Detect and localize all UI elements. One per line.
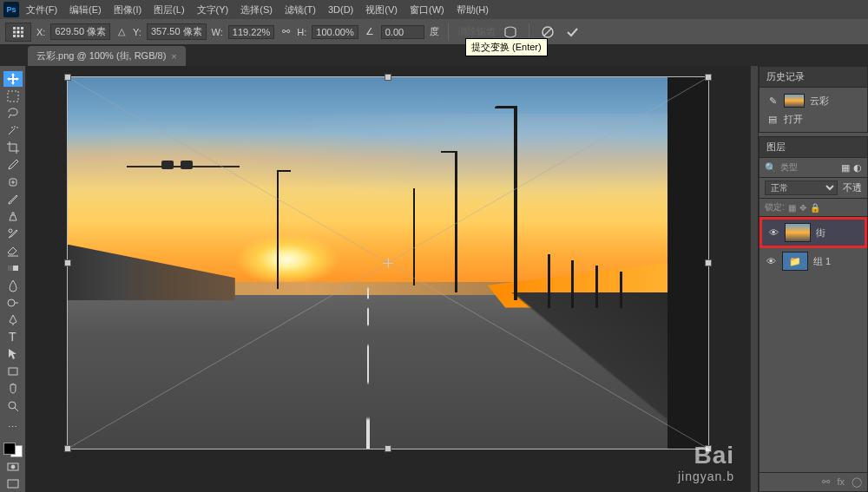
dodge-tool[interactable]: [3, 295, 23, 311]
transform-reference-point[interactable]: [5, 23, 31, 42]
clone-stamp-tool[interactable]: [3, 209, 23, 225]
menu-view[interactable]: 视图(V): [360, 2, 403, 18]
move-tool[interactable]: [3, 71, 23, 87]
canvas-area[interactable]: Bai jingyan.b: [26, 66, 750, 492]
menu-select[interactable]: 选择(S): [235, 2, 278, 18]
menu-help[interactable]: 帮助(H): [451, 2, 494, 18]
svg-rect-8: [21, 35, 23, 37]
watermark: Bai jingyan.b: [678, 442, 734, 483]
menu-3d[interactable]: 3D(D): [323, 3, 358, 16]
document-tab[interactable]: 云彩.png @ 100% (街, RGB/8) ×: [28, 46, 186, 66]
layer-mask-icon[interactable]: ◯: [852, 476, 862, 488]
brush-tool[interactable]: [3, 192, 23, 207]
opacity-label: 不透: [843, 181, 862, 194]
screen-mode[interactable]: [3, 476, 23, 492]
svg-line-10: [544, 29, 551, 36]
zoom-tool[interactable]: [3, 398, 23, 414]
menu-window[interactable]: 窗口(W): [404, 2, 450, 18]
angle-value[interactable]: 0.00: [381, 25, 424, 39]
commit-transform-button[interactable]: [562, 23, 582, 42]
lock-pixels-icon[interactable]: ▦: [788, 203, 796, 213]
pen-tool[interactable]: [3, 312, 23, 328]
transform-handle[interactable]: [705, 259, 712, 266]
link-layers-icon[interactable]: ⚯: [822, 476, 830, 488]
layer-name[interactable]: 街: [816, 226, 825, 239]
history-panel-header[interactable]: 历史记录: [760, 67, 867, 88]
layer-thumbnail[interactable]: [785, 223, 811, 242]
edit-toolbar[interactable]: ⋯: [3, 420, 23, 436]
layer-fx-icon[interactable]: fx: [837, 476, 845, 488]
menu-filter[interactable]: 滤镜(T): [279, 2, 321, 18]
foreground-color[interactable]: [3, 443, 16, 455]
y-label: Y:: [133, 27, 141, 37]
history-snapshot[interactable]: ✎ 云彩: [765, 91, 862, 110]
gradient-tool[interactable]: [3, 260, 23, 276]
marquee-tool[interactable]: [3, 89, 23, 104]
collapsed-dock[interactable]: [750, 66, 759, 492]
x-label: X:: [36, 27, 45, 37]
transform-handle[interactable]: [705, 74, 712, 81]
menu-edit[interactable]: 编辑(E): [64, 2, 107, 18]
blend-mode-row: 正常 不透: [760, 178, 867, 199]
svg-point-16: [8, 299, 15, 306]
path-selection-tool[interactable]: [3, 346, 23, 362]
lock-position-icon[interactable]: ✥: [799, 203, 806, 213]
svg-rect-15: [8, 266, 13, 271]
x-value[interactable]: 629.50 像素: [50, 23, 110, 40]
filter-image-icon[interactable]: ▦: [841, 162, 850, 174]
menu-image[interactable]: 图像(I): [108, 2, 147, 18]
h-value[interactable]: 100.00%: [312, 25, 358, 39]
crop-tool[interactable]: [3, 140, 23, 155]
filter-adjust-icon[interactable]: ◐: [853, 162, 862, 174]
menu-file[interactable]: 文件(F): [21, 2, 62, 18]
menu-layer[interactable]: 图层(L): [148, 2, 189, 18]
history-brush-tool[interactable]: [3, 226, 23, 241]
type-tool[interactable]: T: [3, 329, 23, 344]
menu-type[interactable]: 文字(Y): [192, 2, 234, 18]
y-value[interactable]: 357.50 像素: [147, 23, 207, 40]
options-bar: X: 629.50 像素 △ Y: 357.50 像素 W: 119.22% ⚯…: [0, 19, 868, 45]
filter-icon[interactable]: 🔍: [765, 162, 777, 174]
separator: [448, 23, 449, 41]
lock-row: 锁定: ▦ ✥ 🔒: [760, 199, 867, 217]
quick-mask-mode[interactable]: [3, 459, 23, 475]
layer-list: 👁 街 👁 📁 组 1: [760, 217, 867, 472]
triangle-icon[interactable]: △: [115, 26, 128, 38]
brush-icon: ✎: [766, 95, 779, 107]
history-step[interactable]: ▤ 打开: [765, 110, 862, 128]
svg-point-21: [11, 465, 15, 469]
history-label: 打开: [784, 113, 803, 126]
app-icon: Ps: [3, 2, 19, 17]
blend-mode-select[interactable]: 正常: [765, 180, 838, 195]
healing-brush-tool[interactable]: [3, 174, 23, 190]
svg-rect-1: [17, 27, 20, 30]
layer-row[interactable]: 👁 街: [762, 220, 865, 246]
history-label: 云彩: [810, 95, 829, 108]
lock-all-icon[interactable]: 🔒: [810, 203, 820, 213]
lasso-tool[interactable]: [3, 106, 23, 121]
link-icon[interactable]: ⚯: [279, 26, 292, 38]
visibility-icon[interactable]: 👁: [765, 256, 777, 266]
angle-unit: 度: [430, 25, 439, 38]
w-value[interactable]: 119.22%: [228, 25, 274, 39]
magic-wand-tool[interactable]: [3, 122, 23, 138]
layers-panel-header[interactable]: 图层: [760, 137, 867, 158]
eraser-tool[interactable]: [3, 243, 23, 259]
angle-icon: ∠: [364, 26, 376, 38]
close-icon[interactable]: ×: [171, 51, 176, 62]
tooltip: 提交变换 (Enter): [465, 38, 548, 56]
hand-tool[interactable]: [3, 381, 23, 397]
document-tabbar: 云彩.png @ 100% (街, RGB/8) ×: [0, 45, 868, 66]
right-panels: 历史记录 ✎ 云彩 ▤ 打开 图层 🔍 类型 ▦ ◐: [759, 66, 868, 492]
layer-name[interactable]: 组 1: [813, 255, 831, 268]
color-swatches[interactable]: [3, 443, 23, 458]
blur-tool[interactable]: [3, 278, 23, 293]
eyedropper-tool[interactable]: [3, 157, 23, 173]
layers-filter-row: 🔍 类型 ▦ ◐: [760, 158, 867, 178]
svg-rect-3: [13, 30, 16, 33]
layer-row[interactable]: 👁 📁 组 1: [760, 248, 867, 274]
svg-rect-5: [21, 30, 23, 33]
rectangle-tool[interactable]: [3, 364, 23, 379]
visibility-icon[interactable]: 👁: [767, 227, 779, 238]
group-icon[interactable]: 📁: [782, 252, 808, 271]
